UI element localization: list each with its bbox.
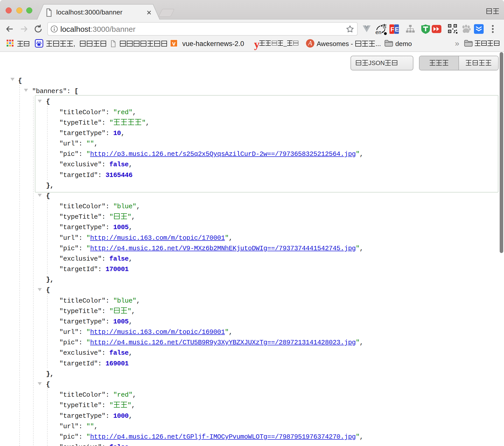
svg-text:en: en bbox=[375, 29, 381, 35]
svg-text:F: F bbox=[390, 26, 394, 33]
svg-text:E: E bbox=[395, 26, 399, 33]
